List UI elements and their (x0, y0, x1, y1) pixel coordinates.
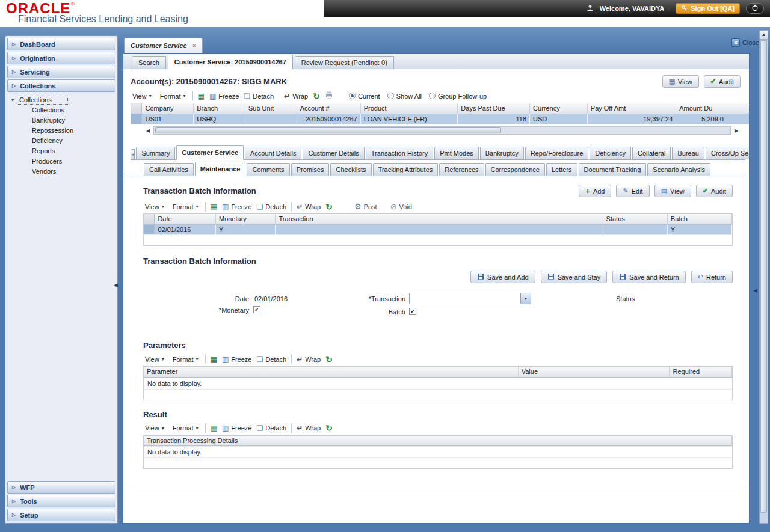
tab-search[interactable]: Search (132, 56, 166, 69)
view-button[interactable]: ▤ View (654, 185, 691, 197)
scroll-right-icon[interactable]: ▶ (732, 128, 741, 133)
subtab-correspondence[interactable]: Correspondence (485, 163, 545, 176)
vertical-scrollbar[interactable]: ▲ (759, 30, 768, 524)
tree-root-label[interactable]: Collections (17, 96, 68, 105)
sidebar-item-dashboard[interactable]: ▷ DashBoard (7, 38, 116, 50)
monetary-checkbox[interactable]: ✔ (253, 306, 260, 313)
freeze-button[interactable]: ▥ Freeze (222, 424, 252, 432)
sidebar-item-origination[interactable]: ▷ Origination (7, 52, 116, 64)
export-icon[interactable]: ▦ (211, 203, 217, 210)
subtab-tracking-attributes[interactable]: Tracking Attributes (373, 163, 439, 176)
edit-button[interactable]: ✎ Edit (616, 185, 649, 197)
tree-node-collections[interactable]: ▾ Collections (11, 95, 115, 105)
batch-row[interactable]: 02/01/2016 Y Y (144, 224, 732, 234)
account-row[interactable]: US01 USHQ 20150900014267 LOAN VEHICLE (F… (131, 114, 749, 124)
transaction-input[interactable] (409, 293, 521, 304)
post-button[interactable]: ⚙ Post (354, 203, 377, 210)
col-branch[interactable]: Branch (194, 103, 245, 114)
col-parameter[interactable]: Parameter (144, 367, 518, 377)
tab-pmt-modes[interactable]: Pmt Modes (434, 147, 479, 159)
save-and-stay-button[interactable]: Save and Stay (541, 271, 608, 283)
add-button[interactable]: + Add (579, 185, 611, 197)
col-currency[interactable]: Currency (530, 103, 588, 114)
detach-button[interactable]: ❏ Detach (256, 424, 286, 432)
subtab-checklists[interactable]: Checklists (330, 163, 371, 176)
tree-expander-icon[interactable]: ▾ (11, 97, 14, 103)
tree-item-repossession[interactable]: Repossession (11, 126, 115, 136)
wrap-button[interactable]: ↵ Wrap (284, 93, 308, 100)
tab-cross-up-sell[interactable]: Cross/Up Se (706, 147, 749, 159)
col-date[interactable]: Date (155, 214, 216, 224)
sign-out-button[interactable]: Sign Out [QA] (676, 3, 740, 14)
format-menu[interactable]: Format▾ (171, 202, 200, 212)
tab-customer-service-account[interactable]: Customer Service: 20150900014267 (168, 55, 293, 69)
detach-button[interactable]: ❏ Detach (256, 356, 286, 363)
tab-bankruptcy[interactable]: Bankruptcy (480, 147, 524, 159)
filter-show-all[interactable]: Show All (387, 93, 422, 100)
tree-item-collections[interactable]: Collections (11, 105, 115, 115)
col-transaction[interactable]: Transaction (276, 214, 603, 224)
tab-customer-service[interactable]: Customer Service (176, 145, 244, 160)
format-menu[interactable]: Format▾ (158, 91, 188, 101)
tree-item-bankruptcy[interactable]: Bankruptcy (11, 115, 115, 126)
export-icon[interactable]: ▦ (211, 424, 217, 432)
col-transaction-processing-details[interactable]: Transaction Processing Details (144, 436, 732, 446)
refresh-icon[interactable]: ↻ (325, 203, 333, 211)
col-company[interactable]: Company (142, 103, 194, 114)
panel-collapse-icon[interactable]: ◀ (753, 287, 757, 293)
subtab-scenario-analysis[interactable]: Scenario Analysis (647, 163, 710, 176)
col-batch[interactable]: Batch (667, 214, 732, 224)
tab-account-details[interactable]: Account Details (245, 147, 301, 159)
col-product[interactable]: Product (360, 103, 458, 114)
subtab-maintenance[interactable]: Maintenance (195, 162, 246, 176)
col-sub-unit[interactable]: Sub Unit (245, 103, 297, 114)
format-menu[interactable]: Format▾ (171, 423, 200, 433)
col-days-past-due[interactable]: Days Past Due (458, 103, 530, 114)
save-and-return-button[interactable]: Save and Return (612, 271, 686, 283)
col-amount-due[interactable]: Amount Du (676, 103, 749, 114)
col-value[interactable]: Value (518, 367, 670, 377)
view-menu[interactable]: View▾ (131, 91, 153, 101)
wrap-button[interactable]: ↵ Wrap (297, 356, 321, 363)
tree-item-reports[interactable]: Reports (11, 146, 115, 156)
subtab-document-tracking[interactable]: Document Tracking (579, 163, 647, 176)
print-icon[interactable] (325, 91, 333, 100)
close-button[interactable]: × Close (732, 38, 759, 47)
scroll-left-icon[interactable]: ◀ (144, 128, 152, 133)
freeze-button[interactable]: ▥ Freeze (209, 93, 239, 100)
audit-button[interactable]: ✔ Audit (704, 75, 741, 88)
format-menu[interactable]: Format▾ (171, 355, 200, 364)
sidebar-item-wfp[interactable]: ▷ WFP (7, 481, 116, 494)
export-icon[interactable]: ▦ (198, 93, 205, 100)
tab-close-icon[interactable]: × (192, 42, 196, 49)
subtab-references[interactable]: References (439, 163, 484, 176)
tab-overflow-left[interactable]: ◀ (131, 149, 135, 159)
freeze-button[interactable]: ▥ Freeze (222, 203, 252, 210)
scrollbar-thumb[interactable] (155, 127, 501, 133)
workspace-tab-customer-service[interactable]: Customer Service × (124, 38, 203, 53)
sidebar-collapse-icon[interactable]: ◀ (114, 282, 118, 288)
view-menu[interactable]: View▾ (143, 355, 166, 364)
tree-item-vendors[interactable]: Vendors (11, 167, 115, 177)
tab-repo-foreclosure[interactable]: Repo/Foreclosure (525, 147, 588, 159)
tab-bureau[interactable]: Bureau (672, 147, 704, 159)
wrap-button[interactable]: ↵ Wrap (297, 203, 321, 210)
sidebar-item-collections[interactable]: ▷ Collections (7, 79, 116, 92)
col-required[interactable]: Required (670, 367, 732, 377)
return-button[interactable]: ↩ Return (691, 271, 733, 283)
sidebar-item-tools[interactable]: ▷ Tools (7, 495, 116, 507)
subtab-promises[interactable]: Promises (291, 163, 330, 176)
power-button[interactable] (746, 3, 764, 14)
tab-customer-details[interactable]: Customer Details (303, 147, 364, 159)
tab-transaction-history[interactable]: Transaction History (366, 147, 433, 159)
sidebar-item-setup[interactable]: ▷ Setup (7, 509, 116, 521)
refresh-icon[interactable]: ↻ (313, 92, 320, 100)
scrollbar-thumb[interactable] (760, 40, 767, 513)
filter-group-follow-up[interactable]: Group Follow-up (429, 93, 487, 100)
combo-dropdown-icon[interactable]: ▾ (521, 293, 531, 304)
filter-current[interactable]: Current (349, 93, 380, 100)
sidebar-item-servicing[interactable]: ▷ Servicing (7, 66, 116, 78)
refresh-icon[interactable]: ↻ (325, 424, 333, 432)
subtab-letters[interactable]: Letters (546, 163, 578, 176)
subtab-comments[interactable]: Comments (247, 163, 289, 176)
